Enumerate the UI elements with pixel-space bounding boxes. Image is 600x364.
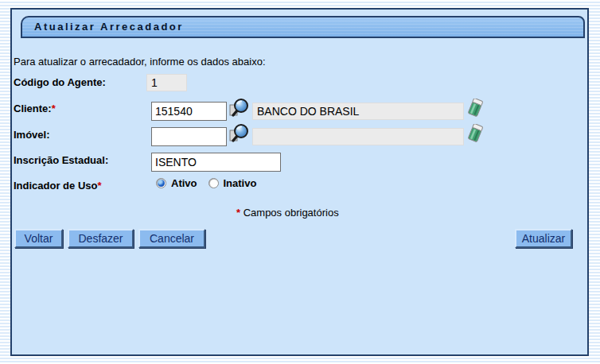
radio-inativo[interactable] [208,178,219,188]
imovel-label: Imóvel: [14,129,50,141]
radio-inativo-label[interactable]: Inativo [224,177,257,189]
codigo-agente-label: Código do Agente: [14,76,106,88]
cliente-name-field: BANCO DO BRASIL [252,103,464,120]
cliente-label: Cliente:* [14,103,56,114]
radio-ativo-label[interactable]: Ativo [171,177,197,189]
voltar-button[interactable]: Voltar [14,229,63,248]
form-instruction: Para atualizar o arrecadador, informe os… [14,56,266,68]
inscricao-estadual-input[interactable] [151,153,281,172]
required-fields-note: * Campos obrigatórios [236,207,339,219]
codigo-agente-value: 1 [146,74,187,91]
imovel-eraser-icon[interactable] [466,124,485,145]
indicador-uso-radiogroup: Ativo Inativo [156,177,267,189]
desfazer-button[interactable]: Desfazer [68,229,134,248]
imovel-name-field [252,128,464,145]
cliente-required-marker: * [52,103,56,114]
page: Atualizar Arrecadador Para atualizar o a… [0,0,600,364]
cliente-eraser-icon[interactable] [466,99,485,120]
indicador-uso-label: Indicador de Uso* [14,180,102,192]
imovel-search-icon[interactable] [228,123,249,148]
cancelar-button[interactable]: Cancelar [138,229,205,248]
radio-ativo[interactable] [156,178,166,188]
cliente-code-input[interactable] [151,102,227,121]
cliente-search-icon[interactable] [228,98,249,122]
imovel-code-input[interactable] [151,127,227,146]
page-title: Atualizar Arrecadador [21,16,585,38]
required-note-marker: * [236,207,240,219]
atualizar-button[interactable]: Atualizar [515,229,572,248]
indicador-uso-required-marker: * [97,180,101,192]
inscricao-estadual-label: Inscrição Estadual: [14,154,108,166]
